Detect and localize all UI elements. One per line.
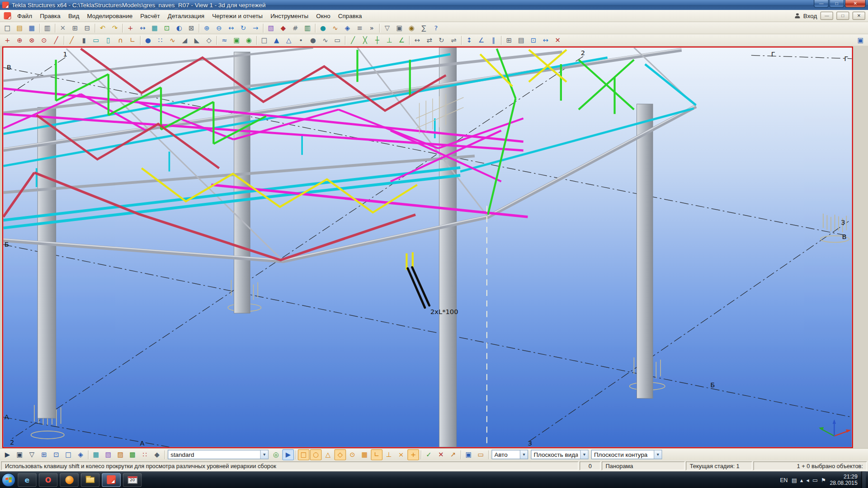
numbering-icon[interactable]: # (289, 23, 301, 33)
select-switch-icon[interactable]: ▶ (2, 449, 14, 460)
network-icon[interactable]: ▭ (812, 477, 818, 483)
point-xy-icon[interactable]: + (2, 35, 14, 46)
select-assemblies-icon[interactable]: ◈ (75, 449, 86, 460)
close-tool-icon[interactable]: ✕ (552, 35, 564, 46)
pane-toggle-icon[interactable]: ▣ (855, 35, 867, 46)
child-minimize-button[interactable]: — (821, 12, 833, 20)
view-plane-combo[interactable]: Плоскость вида▼ (531, 450, 588, 460)
volume-icon[interactable]: ◂ (806, 477, 809, 483)
create-view-icon[interactable]: ⊡ (161, 23, 173, 33)
create-bolt-icon[interactable]: ● (142, 35, 154, 46)
snap-reference-points-icon[interactable]: □ (298, 449, 310, 460)
filter-icon[interactable]: ▽ (382, 23, 393, 33)
weld-tool-icon[interactable]: ∿ (330, 23, 341, 33)
component-icon[interactable]: ▣ (231, 35, 243, 46)
minimize-button[interactable]: — (814, 0, 829, 8)
copy-object-icon[interactable]: ⇄ (424, 35, 435, 46)
chevron-down-icon[interactable]: ▼ (260, 450, 268, 459)
bolt-tool-icon[interactable]: ● (317, 23, 329, 33)
snap-ortho-icon[interactable]: ∟ (371, 449, 382, 460)
phase-manager-icon[interactable]: ▧ (265, 23, 277, 33)
lock-icon[interactable]: ◉ (406, 23, 418, 33)
select-in-assemblies-icon[interactable]: ⊞ (38, 449, 50, 460)
taskbar-explorer-icon[interactable] (81, 473, 100, 487)
rotate-view-icon[interactable]: ↻ (237, 23, 249, 33)
fly-icon[interactable]: → (250, 23, 261, 33)
model-viewport[interactable]: В12ГГБА2АЗЗВБ2xL*100 (2, 47, 853, 448)
report-icon[interactable]: ▥ (302, 23, 313, 33)
select-objects-icon[interactable]: □ (62, 449, 74, 460)
snap-any-position-icon[interactable]: ◇ (335, 449, 346, 460)
properties-icon[interactable]: ▣ (394, 23, 406, 33)
point-online-icon[interactable]: ⊕ (14, 35, 26, 46)
select-in-components-icon[interactable]: ⊡ (50, 449, 62, 460)
chevron-down-icon[interactable]: ▼ (654, 450, 661, 459)
snap-extension-icon[interactable]: × (395, 449, 407, 460)
pan-tool-icon[interactable]: ↔ (540, 35, 552, 46)
create-plate-icon[interactable]: ▭ (90, 35, 102, 46)
zoom-out-icon[interactable]: ⊖ (213, 23, 225, 33)
snap-midpoint-icon[interactable]: ╳ (359, 35, 371, 46)
show-desktop-button[interactable] (861, 471, 866, 488)
contour-plane-combo[interactable]: Плоскости контура▼ (591, 450, 662, 460)
cut-icon[interactable]: ✕ (57, 23, 69, 33)
chevron-down-icon[interactable]: ▼ (520, 450, 528, 459)
point-intersection-icon[interactable]: ⊗ (26, 35, 38, 46)
chevron-down-icon[interactable]: ▼ (580, 450, 588, 459)
orthogonal-beam-icon[interactable]: ∟ (127, 35, 138, 46)
overflow-chevron-icon[interactable]: » (366, 23, 377, 33)
snap-center-icon[interactable]: ⊙ (347, 449, 359, 460)
create-slab-icon[interactable]: ▯ (103, 35, 114, 46)
select-bolts-icon[interactable]: ● (307, 35, 319, 46)
visible-group-icon[interactable]: ▦ (90, 449, 102, 460)
component-visibility-icon[interactable]: ◆ (151, 449, 163, 460)
phase-display-icon[interactable]: ▨ (114, 449, 126, 460)
undo-icon[interactable]: ↶ (97, 23, 108, 33)
drag-and-drop-icon[interactable]: ▣ (14, 449, 26, 460)
render-view-icon[interactable]: ◐ (173, 23, 185, 33)
taskbar-ie-icon[interactable]: e (18, 473, 37, 487)
redo-icon[interactable]: ↷ (109, 23, 121, 33)
save-model-icon[interactable]: ▦ (26, 23, 38, 33)
snap-perp-icon[interactable]: ⊥ (383, 449, 395, 460)
snap-endpoint-icon[interactable]: ╱ (347, 35, 359, 46)
workplane-icon[interactable]: ▭ (475, 449, 487, 460)
measure-distance-icon[interactable]: ↕ (463, 35, 475, 46)
create-weld-icon[interactable]: ∿ (167, 35, 179, 46)
login-button[interactable]: Вход (803, 13, 817, 19)
macro-icon[interactable]: ≡ (354, 23, 365, 33)
polygon-cut-icon[interactable]: ◇ (203, 35, 215, 46)
taskbar-tekla-icon[interactable] (102, 473, 121, 487)
action-center-icon[interactable]: ⚑ (821, 477, 826, 483)
select-parts-icon[interactable]: ▲ (271, 35, 283, 46)
child-close-button[interactable]: ✕ (853, 12, 865, 20)
point-projection-icon[interactable]: ⊙ (38, 35, 50, 46)
menu-item[interactable]: Справка (334, 11, 366, 21)
paste-icon[interactable]: ⊟ (81, 23, 93, 33)
hidden-icons-icon[interactable]: ▴ (800, 477, 803, 483)
snap-geometry-points-icon[interactable]: ○ (310, 449, 322, 460)
taskbar-app20-icon[interactable]: 20 (123, 473, 142, 487)
close-button[interactable]: ✕ (845, 0, 866, 8)
assembly-check-icon[interactable]: ⊞ (503, 35, 515, 46)
open-model-icon[interactable]: ▤ (14, 23, 26, 33)
start-button[interactable] (2, 473, 16, 487)
snap-perpendicular-icon[interactable]: ⊥ (384, 35, 396, 46)
menu-item[interactable]: Моделирование (83, 11, 137, 21)
sum-icon[interactable]: ∑ (418, 23, 429, 33)
smart-cursor-icon[interactable]: ▶ (282, 449, 294, 460)
measure-icon[interactable]: ↔ (137, 23, 148, 33)
menu-item[interactable]: Окно (312, 11, 334, 21)
keyboard-icon[interactable]: ▤ (792, 477, 797, 483)
snap-nearest-icon[interactable]: △ (322, 449, 334, 460)
child-restore-button[interactable]: □ (836, 12, 849, 20)
numeric-apply-icon[interactable]: ✓ (423, 449, 435, 460)
create-grid-icon[interactable]: ▦ (149, 23, 160, 33)
taskbar-opera-icon[interactable]: O (39, 473, 58, 487)
select-components-icon[interactable]: △ (283, 35, 295, 46)
zoom-region-icon[interactable]: ⊡ (528, 35, 539, 46)
menu-item[interactable]: Расчёт (137, 11, 164, 21)
clash-check-icon[interactable]: ◆ (277, 23, 289, 33)
help-icon[interactable]: ? (430, 23, 442, 33)
select-welds-icon[interactable]: ∿ (320, 35, 331, 46)
